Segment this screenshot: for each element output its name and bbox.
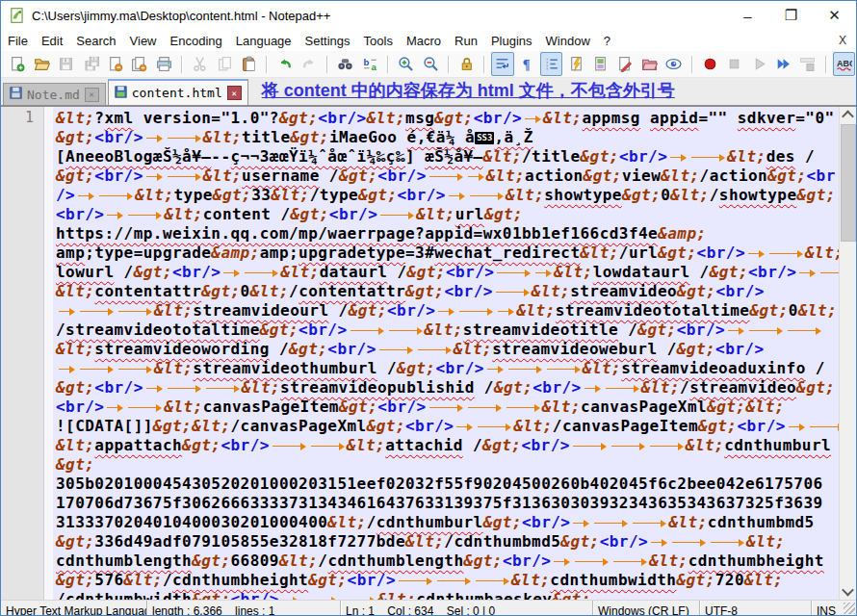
code-segment: &lt; xyxy=(641,378,680,397)
menu-item-language[interactable]: Language xyxy=(229,32,299,50)
menu-item-macro[interactable]: Macro xyxy=(400,32,448,50)
sync-lock-icon[interactable] xyxy=(455,52,478,76)
menu-item-file[interactable]: File xyxy=(1,32,35,50)
svg-text:a: a xyxy=(371,62,377,72)
vertical-scrollbar[interactable] xyxy=(839,107,856,600)
cut-icon xyxy=(189,52,211,76)
scrollbar-thumb[interactable] xyxy=(841,124,856,242)
code-segment: é‚€ä¼ å xyxy=(407,128,476,146)
zoom-out-icon[interactable] xyxy=(419,52,441,76)
code-segment: &gt; xyxy=(484,205,523,223)
menu-item-plugins[interactable]: Plugins xyxy=(484,32,539,50)
close-button[interactable]: ✕ xyxy=(813,1,856,30)
code-segment: =3# xyxy=(405,244,434,262)
menu-item-tools[interactable]: Tools xyxy=(357,32,400,50)
file-monitoring-icon[interactable] xyxy=(662,52,685,76)
document-close-x[interactable]: X xyxy=(829,34,856,47)
tab-arrow-icon xyxy=(203,378,242,396)
text-area[interactable]: &lt;?xml version="1.0"?&gt;<br/>&lt;msg&… xyxy=(53,107,839,600)
spell-check-icon[interactable]: ABC xyxy=(833,52,855,76)
tab-arrow-icon xyxy=(572,552,610,569)
code-segment: &gt; xyxy=(710,263,748,281)
editor-text-row: &gt;576&lt;/cdnthumbheight&gt;<br/>&lt;c… xyxy=(56,571,839,590)
tab-close-icon[interactable]: ✕ xyxy=(227,86,242,100)
document-map-icon[interactable] xyxy=(589,52,611,76)
tab-close-icon[interactable]: ✕ xyxy=(85,88,99,102)
print-icon[interactable] xyxy=(153,52,175,76)
tab-arrow-icon xyxy=(467,186,506,203)
editor-text-row: 3133370204010400030201000400&lt;/cdnthum… xyxy=(56,513,839,532)
menu-item-settings[interactable]: Settings xyxy=(299,32,357,50)
code-segment: &lt; xyxy=(513,417,552,435)
minimize-button[interactable]: – xyxy=(726,1,769,30)
tab-arrow-icon xyxy=(116,301,154,319)
code-segment: / xyxy=(658,340,677,358)
close-file-icon[interactable] xyxy=(104,52,126,76)
tab-arrow-icon xyxy=(377,340,415,357)
code-segment: &gt; xyxy=(552,590,590,600)
menu-item-view[interactable]: View xyxy=(123,32,164,50)
code-segment: streamvideowording xyxy=(94,340,270,358)
editor-area[interactable]: 1 &lt;?xml version="1.0"?&gt;<br/>&lt;ms… xyxy=(1,107,856,600)
tab-arrow-icon xyxy=(125,205,164,222)
code-segment: &gt; xyxy=(56,455,94,474)
document-edit-icon[interactable] xyxy=(613,52,636,76)
folder-workspace-icon[interactable] xyxy=(638,52,661,76)
code-segment: &lt; xyxy=(554,263,592,281)
close-all-icon[interactable] xyxy=(128,52,150,76)
tab-arrow-icon xyxy=(745,244,766,261)
code-segment: <br/> xyxy=(94,378,143,397)
scroll-up-button[interactable] xyxy=(840,107,856,123)
tab-arrow-icon xyxy=(807,417,839,434)
menu-item-window[interactable]: Window xyxy=(539,32,597,50)
menu-item-help[interactable]: ? xyxy=(597,32,617,50)
status-length-lines: length : 6,366 lines : 1 xyxy=(147,601,341,616)
menu-item-run[interactable]: Run xyxy=(448,32,484,50)
open-file-icon[interactable] xyxy=(30,52,52,76)
code-segment: &gt; xyxy=(658,244,696,262)
code-segment: contentattr xyxy=(94,282,201,300)
code-segment: cdnthumbheight xyxy=(172,571,308,589)
code-segment: /canvasPageXml xyxy=(231,417,367,435)
tab-arrow-icon xyxy=(77,301,116,319)
replace-icon[interactable]: ba xyxy=(359,52,381,76)
tab-arrow-icon xyxy=(143,378,165,396)
tab-arrow-icon xyxy=(348,321,386,338)
code-segment: / xyxy=(270,340,289,358)
menu-item-search[interactable]: Search xyxy=(69,32,122,50)
code-segment: / xyxy=(163,571,172,589)
code-segment: &gt; xyxy=(279,109,318,127)
code-segment: 576 xyxy=(94,571,123,589)
code-segment: æŠ½å¥– xyxy=(425,147,483,166)
word-wrap-icon[interactable] xyxy=(491,52,513,76)
menu-item-edit[interactable]: Edit xyxy=(35,32,69,50)
zoom-in-icon[interactable] xyxy=(395,52,417,76)
tab-arrow-icon xyxy=(475,417,513,434)
resize-grip[interactable] xyxy=(844,603,855,614)
code-segment: /type xyxy=(310,186,358,204)
code-segment: &lt; xyxy=(192,417,230,435)
tab-arrow-icon xyxy=(570,436,609,453)
paste-icon[interactable] xyxy=(238,52,260,76)
code-segment: streamvideoaduxinfo xyxy=(621,359,806,377)
code-segment: &lt; xyxy=(454,340,492,358)
code-segment: / xyxy=(618,321,637,339)
macro-run-multiple-icon[interactable] xyxy=(772,52,794,76)
code-segment: cdnthumburl xyxy=(724,436,831,454)
tab-note-md[interactable]: Note.md✕ xyxy=(3,83,106,105)
undo-icon[interactable] xyxy=(273,52,296,76)
indent-guide-icon[interactable] xyxy=(540,52,562,76)
code-segment: &gt; xyxy=(482,436,521,454)
code-segment: &gt; xyxy=(560,532,599,551)
tab-content-html[interactable]: content.html✕ xyxy=(108,79,248,105)
macro-record-icon[interactable] xyxy=(699,52,721,76)
user-language-icon[interactable] xyxy=(564,52,586,76)
new-file-icon[interactable] xyxy=(6,52,28,76)
maximize-button[interactable]: ❐ xyxy=(769,1,813,30)
scroll-down-button[interactable] xyxy=(840,583,856,600)
show-all-characters-icon[interactable]: ¶ xyxy=(516,52,538,76)
menu-item-encoding[interactable]: Encoding xyxy=(164,32,229,50)
find-icon[interactable] xyxy=(334,52,356,76)
tab-arrow-icon xyxy=(386,321,425,338)
tab-arrow-icon xyxy=(522,109,543,126)
